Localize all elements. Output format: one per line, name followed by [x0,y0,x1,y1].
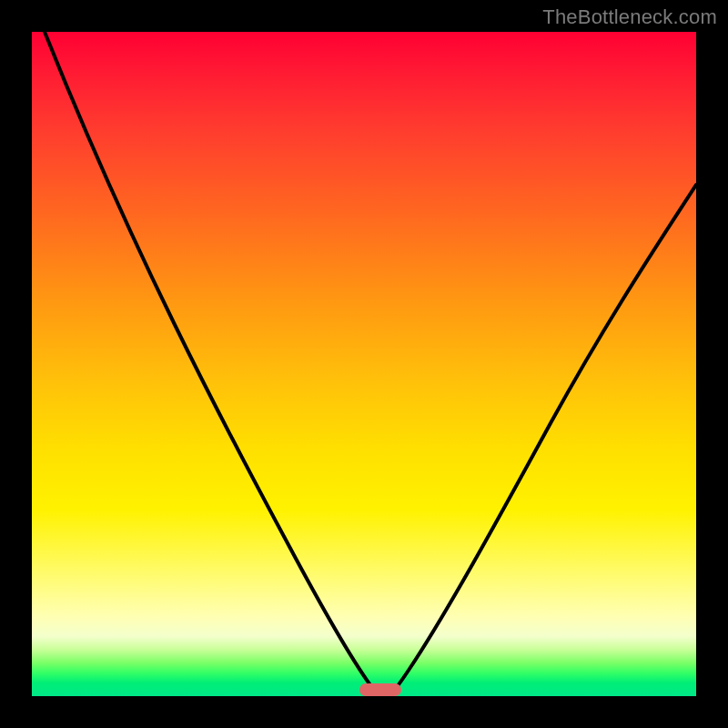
bottleneck-curves [32,32,696,696]
curve-right [389,185,696,696]
optimum-marker [359,683,401,696]
curve-left [45,32,381,696]
watermark-text: TheBottleneck.com [542,5,717,29]
chart-frame: TheBottleneck.com [0,0,728,728]
plot-area [32,32,696,696]
